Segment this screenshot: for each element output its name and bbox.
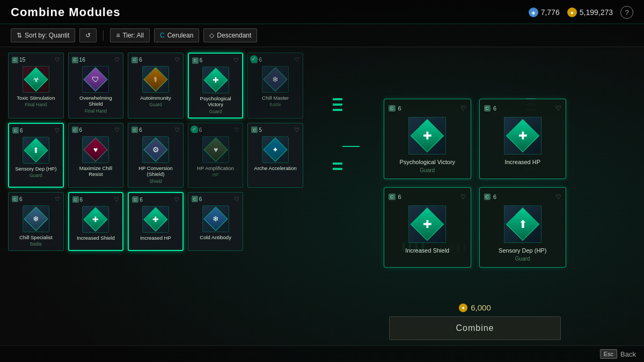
module-art: ✚ (142, 206, 169, 233)
module-card[interactable]: C6 ♡ ❄ Chill Specialist Battle (8, 192, 64, 251)
combine-button[interactable]: Combine (389, 316, 561, 340)
divider1 (103, 30, 104, 41)
module-sub: Final Hand (85, 108, 107, 114)
module-sub: Battle (30, 241, 42, 247)
descendant-icon: ◇ (209, 32, 214, 39)
header: Combine Modules ◈ 7,776 ● 5,199,273 ? (0, 0, 644, 24)
currency-modules: ◈ 7,776 (529, 8, 560, 17)
slot-art-1: ✚ (408, 117, 446, 154)
module-card[interactable]: C15 ♡ ☣ Toxic Stimulation Final Hand (8, 53, 64, 119)
right-panel: C6 ♡ ✚ Psychological Victory Guard C6 (311, 47, 644, 345)
module-card[interactable]: C6 ♡ ✚ Increased HP (128, 192, 184, 251)
reset-button[interactable]: ↺ (79, 28, 97, 42)
module-sub: Guard (30, 173, 42, 178)
slot-name-1: Psychological Victory (399, 158, 455, 166)
right-bottom: ● 6,000 Combine (317, 300, 633, 340)
descendant-label: Descendant (217, 32, 251, 39)
svg-rect-1 (333, 104, 342, 106)
module-card[interactable]: C6 ♡ ⚕ Autoimmunity Guard (128, 53, 184, 119)
module-art: ✚ (202, 67, 229, 93)
combine-slot-3[interactable]: C6 ♡ ✚ Increased Shield (384, 187, 471, 268)
modules-grid: C15 ♡ ☣ Toxic Stimulation Final Hand C16… (8, 53, 303, 251)
sort-icon: ⇅ (17, 32, 22, 39)
tier-filter-button[interactable]: ≡ Tier: All (110, 28, 150, 42)
module-name: Increased HP (140, 235, 171, 241)
module-art: ✚ (82, 206, 109, 233)
cost-value: 6,000 (471, 303, 491, 312)
sort-label: Sort by: Quantit (25, 32, 69, 39)
module-card[interactable]: C5 ♡ ✦ Arche Acceleration (247, 123, 303, 188)
module-name: Sensory Dep (HP) (15, 166, 56, 172)
cost-icon: ● (459, 304, 467, 312)
favorite-icon: ♡ (114, 196, 119, 203)
slot-art-4: ⬆ (504, 205, 541, 243)
favorite-icon: ♡ (174, 196, 179, 203)
slot-grid: C6 ♡ ✚ Psychological Victory Guard C6 (384, 99, 566, 268)
module-art: ⚙ (142, 136, 169, 163)
svg-rect-0 (333, 98, 342, 100)
module-card[interactable]: C6 ♡ ❄ Cold Antibody (188, 192, 244, 251)
module-art: 🛡 (82, 66, 109, 93)
module-card[interactable]: ✓ C6 ♡ ♥ HP Amplification HP (188, 123, 244, 188)
favorite-icon: ♡ (234, 196, 239, 203)
combine-slot-4[interactable]: C6 ♡ ⬆ Sensory Dep (HP) Guard (479, 187, 567, 268)
esc-key[interactable]: Esc (600, 349, 617, 359)
combine-slot-2[interactable]: C6 ♡ ✚ Increased HP (479, 99, 567, 179)
module-name: HP Amplification (197, 165, 234, 171)
favorite-icon: ♡ (234, 127, 239, 134)
favorite-icon: ♡ (233, 57, 239, 64)
module-name: Maximize Chill Resist (72, 165, 120, 178)
slot-favorite-icon: ♡ (460, 105, 466, 112)
module-name: HP Conversion (Shield) (131, 165, 180, 178)
help-button[interactable]: ? (620, 6, 633, 19)
back-shortcut: Esc Back (600, 349, 636, 359)
module-art: ❄ (202, 205, 229, 232)
module-card[interactable]: C6 ♡ ⬆ Sensory Dep (HP) Guard (8, 123, 64, 188)
svg-rect-4 (333, 168, 342, 170)
slot-sub-4: Guard (515, 256, 530, 262)
slot-favorite-icon: ♡ (555, 193, 561, 201)
slot-favorite-icon: ♡ (555, 105, 561, 112)
module-name: Psychological Victory (192, 95, 239, 108)
cost-row: ● 6,000 (459, 303, 491, 312)
back-label: Back (620, 350, 636, 358)
slot-name-2: Increased HP (504, 158, 540, 166)
module-card[interactable]: ✓ C6 ♡ ❄ Chill Master Battle (247, 53, 303, 119)
header-right: ◈ 7,776 ● 5,199,273 ? (529, 6, 633, 19)
module-card[interactable]: C6 ♡ ⚙ HP Conversion (Shield) Shield (128, 123, 184, 188)
cerulean-label: Cerulean (167, 32, 194, 39)
cerulean-filter-button[interactable]: C Cerulean (154, 28, 199, 42)
favorite-icon: ♡ (294, 56, 299, 63)
cerulean-icon: C (160, 32, 165, 39)
module-name: Cold Antibody (200, 234, 231, 240)
combine-slot-1[interactable]: C6 ♡ ✚ Psychological Victory Guard (384, 99, 471, 179)
descendant-filter-button[interactable]: ◇ Descendant (203, 28, 257, 42)
toolbar: ⇅ Sort by: Quantit ↺ ≡ Tier: All C Cerul… (0, 24, 644, 47)
favorite-icon: ♡ (174, 127, 180, 134)
favorite-icon: ♡ (174, 56, 180, 63)
slot-name-3: Increased Shield (405, 247, 449, 254)
module-art: ⬆ (23, 137, 49, 164)
module-name: Arche Acceleration (254, 165, 297, 171)
tier-label: Tier: All (122, 32, 144, 39)
gold-value: 5,199,273 (580, 8, 613, 17)
module-card[interactable]: C16 ♡ 🛡 Overwhelming Shield Final Hand (68, 53, 124, 119)
module-card[interactable]: C6 ♡ ♥ Maximize Chill Resist (68, 123, 124, 188)
reset-icon: ↺ (85, 32, 91, 39)
module-card[interactable]: C6 ♡ ✚ Increased Shield (68, 192, 124, 251)
module-sub: Shield (149, 179, 162, 184)
modules-value: 7,776 (541, 8, 560, 17)
module-art: ☣ (23, 66, 49, 93)
module-card[interactable]: C6 ♡ ✚ Psychological Victory Guard (188, 53, 244, 119)
module-sub: Guard (209, 109, 222, 114)
favorite-icon: ♡ (55, 196, 60, 203)
module-art: ❄ (262, 66, 289, 93)
sort-filter-button[interactable]: ⇅ Sort by: Quantit (11, 28, 75, 42)
page-title: Combine Modules (11, 5, 120, 19)
module-sub: Guard (149, 102, 162, 107)
module-sub: Battle (269, 102, 281, 107)
slot-name-4: Sensory Dep (HP) (499, 247, 546, 254)
checkmark-badge: ✓ (191, 125, 198, 133)
svg-rect-2 (333, 109, 342, 111)
slot-art-2: ✚ (504, 117, 541, 154)
